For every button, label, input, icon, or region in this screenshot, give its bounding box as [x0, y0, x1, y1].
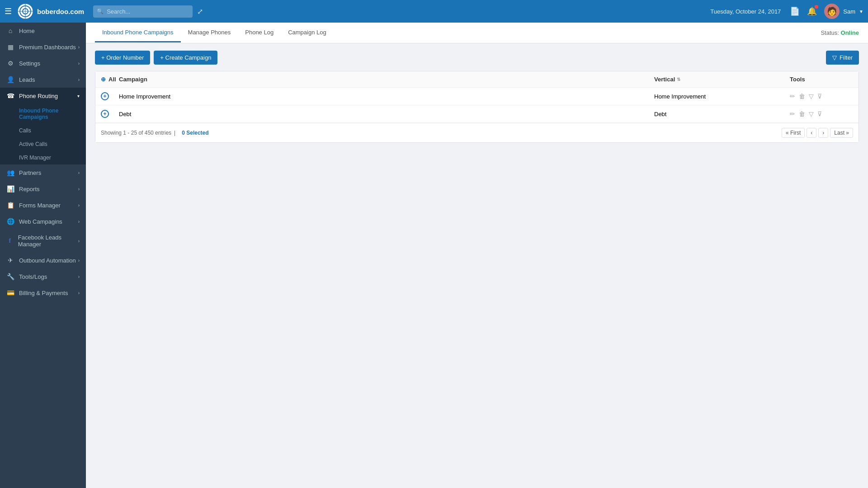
sidebar-item-home[interactable]: ⌂ Home	[0, 23, 86, 39]
row-expand-icon-2[interactable]: +	[101, 110, 109, 118]
sidebar-item-forms-manager[interactable]: 📋 Forms Manager ›	[0, 197, 86, 213]
sidebar-label-facebook-leads: Facebook Leads Manager	[18, 234, 78, 248]
sidebar-label-home: Home	[19, 28, 35, 34]
campaign-name-2: Debt	[119, 111, 654, 117]
chevron-billing-icon: ›	[78, 291, 80, 296]
filter-icon: ▽	[832, 54, 837, 61]
leads-icon: 👤	[6, 76, 14, 83]
sidebar-item-outbound-automation[interactable]: ✈ Outbound Automation ›	[0, 252, 86, 268]
campaign-table: ⊕ All Campaign Vertical ⇅ Tools	[95, 71, 859, 143]
sidebar-item-partners[interactable]: 👥 Partners ›	[0, 164, 86, 181]
search-input[interactable]	[93, 5, 193, 18]
pagination-next[interactable]: ›	[818, 128, 828, 138]
logo-area: boberdoo.com	[17, 3, 84, 19]
sidebar-item-tools-logs[interactable]: 🔧 Tools/Logs ›	[0, 268, 86, 285]
sort-icon: ⇅	[677, 77, 680, 82]
datetime-display: Tuesday, October 24, 2017	[710, 8, 781, 15]
tab-phone-log[interactable]: Phone Log	[238, 23, 281, 42]
filter-btn-label: Filter	[840, 54, 853, 61]
main-layout: ⌂ Home ▦ Premium Dashboards › ⚙ Settings…	[0, 23, 868, 488]
status-area: Status: Online	[821, 29, 859, 36]
partners-icon: 👥	[6, 169, 14, 176]
sidebar-item-leads[interactable]: 👤 Leads ›	[0, 71, 86, 88]
logo-icon	[17, 3, 33, 19]
row-tools-2: ✏ 🗑 ▽ ⊽	[790, 110, 853, 117]
user-menu[interactable]: 🧑 Sam ▼	[824, 4, 863, 19]
chevron-leads-icon: ›	[78, 77, 80, 82]
sidebar-item-inbound-phone-campaigns[interactable]: Inbound Phone Campaigns	[0, 104, 86, 124]
toolbar: + Order Number + Create Campaign ▽ Filte…	[95, 51, 859, 65]
edit-icon-1[interactable]: ✏	[790, 93, 795, 100]
pagination-last[interactable]: Last »	[830, 128, 853, 138]
document-icon[interactable]: 📄	[790, 6, 800, 16]
sidebar-label-forms-manager: Forms Manager	[19, 202, 61, 209]
table-header: ⊕ All Campaign Vertical ⇅ Tools	[95, 71, 859, 88]
sidebar-item-calls[interactable]: Calls	[0, 124, 86, 137]
col-tools-header: Tools	[790, 76, 853, 83]
sidebar-item-active-calls[interactable]: Active Calls	[0, 137, 86, 151]
sidebar-label-reports: Reports	[19, 186, 40, 192]
sidebar-item-reports[interactable]: 📊 Reports ›	[0, 181, 86, 197]
logo-text: boberdoo.com	[37, 8, 84, 15]
status-value: Online	[841, 29, 859, 36]
sidebar-item-billing[interactable]: 💳 Billing & Payments ›	[0, 285, 86, 301]
edit-icon-2[interactable]: ✏	[790, 110, 795, 117]
showing-text: Showing 1 - 25 of 450 entries	[101, 130, 171, 136]
footer-separator: |	[174, 130, 175, 136]
sidebar-item-settings[interactable]: ⚙ Settings ›	[0, 55, 86, 71]
sidebar-item-ivr-manager[interactable]: IVR Manager	[0, 151, 86, 164]
user-name: Sam	[843, 8, 855, 15]
add-all-icon[interactable]: ⊕	[101, 76, 106, 83]
top-navigation: ☰ boberdoo.com 🔍 ⤢ Tuesday, October 24, …	[0, 0, 868, 23]
dashboards-icon: ▦	[6, 43, 14, 51]
expand-button[interactable]: ⤢	[197, 7, 203, 16]
row-expand-icon-1[interactable]: +	[101, 92, 109, 100]
vertical-name-2: Debt	[654, 111, 790, 117]
sidebar-item-facebook-leads[interactable]: f Facebook Leads Manager ›	[0, 230, 86, 252]
page-content: + Order Number + Create Campaign ▽ Filte…	[86, 43, 868, 488]
order-number-button[interactable]: + Order Number	[95, 51, 150, 65]
tab-inbound-phone-campaigns[interactable]: Inbound Phone Campaigns	[95, 23, 181, 42]
settings-icon: ⚙	[6, 60, 14, 67]
chevron-forms-icon: ›	[78, 203, 80, 208]
hamburger-menu[interactable]: ☰	[5, 6, 12, 16]
chevron-icon: ›	[78, 45, 80, 50]
sidebar-label-phone-routing: Phone Routing	[19, 93, 58, 99]
filter-icon-1[interactable]: ▽	[809, 93, 814, 100]
delete-icon-1[interactable]: 🗑	[799, 93, 805, 100]
create-campaign-button[interactable]: + Create Campaign	[154, 51, 217, 65]
sidebar-label-premium-dashboards: Premium Dashboards	[19, 44, 76, 51]
notification-badge	[815, 5, 818, 9]
sidebar-label-billing: Billing & Payments	[19, 290, 68, 296]
sidebar-item-phone-routing[interactable]: ☎ Phone Routing ▾	[0, 88, 86, 104]
chevron-tools-icon: ›	[78, 274, 80, 279]
delete-icon-2[interactable]: 🗑	[799, 110, 805, 117]
sub-label-inbound-phone-campaigns: Inbound Phone Campaigns	[19, 108, 80, 120]
col-vertical-header[interactable]: Vertical ⇅	[654, 76, 790, 83]
avatar: 🧑	[824, 4, 840, 19]
phone-routing-icon: ☎	[6, 92, 14, 99]
sidebar-item-premium-dashboards[interactable]: ▦ Premium Dashboards ›	[0, 39, 86, 55]
sidebar: ⌂ Home ▦ Premium Dashboards › ⚙ Settings…	[0, 23, 86, 488]
selected-count[interactable]: 0 Selected	[182, 130, 208, 136]
notification-icon[interactable]: 🔔	[807, 6, 817, 16]
funnel-icon-2[interactable]: ⊽	[817, 110, 822, 117]
chevron-outbound-icon: ›	[78, 258, 80, 263]
order-number-btn-label: + Order Number	[101, 54, 144, 61]
funnel-icon-1[interactable]: ⊽	[817, 93, 822, 100]
chevron-settings-icon: ›	[78, 61, 80, 66]
chevron-partners-icon: ›	[78, 170, 80, 175]
tab-manage-phones[interactable]: Manage Phones	[181, 23, 238, 42]
pagination-prev[interactable]: ‹	[807, 128, 816, 138]
pagination: « First ‹ › Last »	[782, 128, 853, 138]
pagination-first[interactable]: « First	[782, 128, 805, 138]
table-row: + Debt Debt ✏ 🗑 ▽ ⊽	[95, 105, 859, 123]
content-area: Inbound Phone Campaigns Manage Phones Ph…	[86, 23, 868, 488]
sidebar-item-web-campaigns[interactable]: 🌐 Web Campagins ›	[0, 213, 86, 230]
tab-campaign-log[interactable]: Campaign Log	[281, 23, 334, 42]
filter-button[interactable]: ▽ Filter	[826, 51, 859, 65]
billing-icon: 💳	[6, 289, 14, 296]
filter-icon-2[interactable]: ▽	[809, 110, 814, 117]
tools-icon: 🔧	[6, 273, 14, 280]
chevron-reports-icon: ›	[78, 187, 80, 192]
